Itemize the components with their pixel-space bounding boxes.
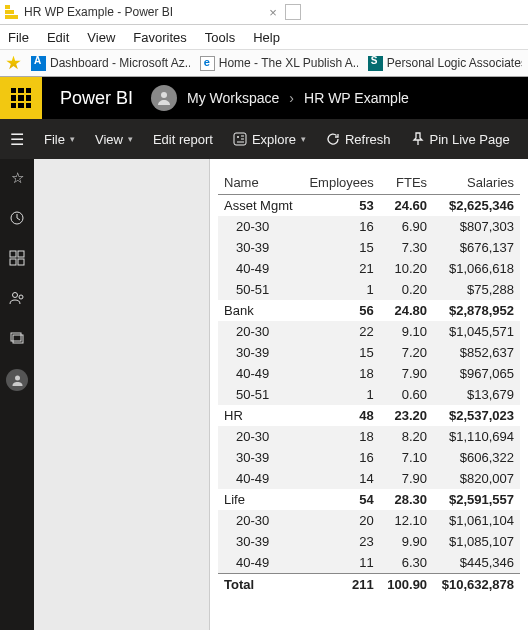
svg-rect-1 bbox=[234, 133, 246, 145]
new-tab-button[interactable] bbox=[285, 4, 301, 20]
refresh-label: Refresh bbox=[345, 132, 391, 147]
table-row[interactable]: 30-39239.90$1,085,107 bbox=[218, 531, 520, 552]
powerbi-file-icon bbox=[5, 5, 19, 19]
cell: 30-39 bbox=[218, 342, 301, 363]
refresh-button[interactable]: Refresh bbox=[316, 119, 401, 159]
cell: $75,288 bbox=[433, 279, 520, 300]
explore-menu[interactable]: Explore▾ bbox=[223, 119, 316, 159]
nav-shared[interactable] bbox=[8, 289, 26, 307]
cell: 20-30 bbox=[218, 321, 301, 342]
hamburger-button[interactable]: ☰ bbox=[0, 130, 34, 149]
table-row[interactable]: 30-39157.30$676,137 bbox=[218, 237, 520, 258]
data-table[interactable]: NameEmployeesFTEsSalaries Asset Mgmt5324… bbox=[218, 171, 520, 595]
cell: 22 bbox=[301, 321, 380, 342]
left-nav-rail: ☆ bbox=[0, 159, 34, 630]
view-menu[interactable]: View▾ bbox=[85, 119, 143, 159]
table-row[interactable]: 20-302012.10$1,061,104 bbox=[218, 510, 520, 531]
people-icon bbox=[9, 290, 26, 307]
menu-tools[interactable]: Tools bbox=[205, 30, 235, 45]
nav-my-workspace[interactable] bbox=[6, 369, 28, 391]
table-row[interactable]: Total211100.90$10,632,878 bbox=[218, 574, 520, 596]
report-canvas: NameEmployeesFTEsSalaries Asset Mgmt5324… bbox=[210, 159, 528, 630]
waffle-icon bbox=[11, 88, 31, 108]
user-avatar[interactable] bbox=[151, 85, 177, 111]
file-label: File bbox=[44, 132, 65, 147]
table-row[interactable]: 40-49147.90$820,007 bbox=[218, 468, 520, 489]
cell: 11 bbox=[301, 552, 380, 574]
table-row[interactable]: 30-39157.20$852,637 bbox=[218, 342, 520, 363]
app-launcher-button[interactable] bbox=[0, 77, 42, 119]
col-header[interactable]: Salaries bbox=[433, 171, 520, 195]
cell: 1 bbox=[301, 279, 380, 300]
cell: 40-49 bbox=[218, 363, 301, 384]
stack-icon bbox=[9, 330, 25, 346]
svg-point-0 bbox=[161, 92, 167, 98]
cell: 20-30 bbox=[218, 216, 301, 237]
cell: 28.30 bbox=[380, 489, 433, 510]
file-menu[interactable]: File▾ bbox=[34, 119, 85, 159]
edit-report-button[interactable]: Edit report bbox=[143, 119, 223, 159]
pin-live-page-button[interactable]: Pin Live Page bbox=[401, 119, 520, 159]
favorite-link-azure[interactable]: Dashboard - Microsoft Az... bbox=[31, 56, 190, 71]
cell: 16 bbox=[301, 447, 380, 468]
favorites-star-icon[interactable] bbox=[6, 56, 21, 71]
cell: $1,110,694 bbox=[433, 426, 520, 447]
grid-icon bbox=[9, 250, 25, 266]
col-header[interactable]: Name bbox=[218, 171, 301, 195]
cell: 9.90 bbox=[380, 531, 433, 552]
col-header[interactable]: Employees bbox=[301, 171, 380, 195]
breadcrumb-report[interactable]: HR WP Example bbox=[304, 90, 409, 106]
cell: $2,537,023 bbox=[433, 405, 520, 426]
cell: $807,303 bbox=[433, 216, 520, 237]
chevron-down-icon: ▾ bbox=[128, 134, 133, 144]
svg-rect-6 bbox=[10, 259, 16, 265]
cell: 15 bbox=[301, 237, 380, 258]
cell: $13,679 bbox=[433, 384, 520, 405]
favorite-link-personal-logic[interactable]: Personal Logic Associates bbox=[368, 56, 522, 71]
cell: Total bbox=[218, 574, 301, 596]
cell: 23.20 bbox=[380, 405, 433, 426]
cell: 18 bbox=[301, 363, 380, 384]
menu-favorites[interactable]: Favorites bbox=[133, 30, 186, 45]
menu-file[interactable]: File bbox=[8, 30, 29, 45]
table-row[interactable]: 20-30166.90$807,303 bbox=[218, 216, 520, 237]
table-row[interactable]: 30-39167.10$606,322 bbox=[218, 447, 520, 468]
breadcrumb-workspace[interactable]: My Workspace bbox=[187, 90, 279, 106]
window-title: HR WP Example - Power BI bbox=[24, 5, 263, 19]
table-row[interactable]: 50-5110.60$13,679 bbox=[218, 384, 520, 405]
cell: 50-51 bbox=[218, 384, 301, 405]
nav-recent[interactable] bbox=[8, 209, 26, 227]
pin-icon bbox=[411, 132, 425, 146]
nav-workspaces[interactable] bbox=[8, 329, 26, 347]
table-row[interactable]: 40-49116.30$445,346 bbox=[218, 552, 520, 574]
table-row[interactable]: 20-30188.20$1,110,694 bbox=[218, 426, 520, 447]
tab-close-button[interactable]: × bbox=[269, 5, 277, 20]
menu-edit[interactable]: Edit bbox=[47, 30, 69, 45]
svg-rect-7 bbox=[18, 259, 24, 265]
cell: 100.90 bbox=[380, 574, 433, 596]
menu-view[interactable]: View bbox=[87, 30, 115, 45]
chevron-down-icon: ▾ bbox=[70, 134, 75, 144]
table-row[interactable]: 40-49187.90$967,065 bbox=[218, 363, 520, 384]
cell: 20 bbox=[301, 510, 380, 531]
report-action-bar: ☰ File▾ View▾ Edit report Explore▾ Refre… bbox=[0, 119, 528, 159]
table-row[interactable]: HR4823.20$2,537,023 bbox=[218, 405, 520, 426]
nav-favorites[interactable]: ☆ bbox=[8, 169, 26, 187]
menu-help[interactable]: Help bbox=[253, 30, 280, 45]
cell: $1,066,618 bbox=[433, 258, 520, 279]
svg-point-2 bbox=[237, 136, 239, 138]
person-icon bbox=[156, 90, 172, 106]
cell: 18 bbox=[301, 426, 380, 447]
cell: $1,085,107 bbox=[433, 531, 520, 552]
nav-apps[interactable] bbox=[8, 249, 26, 267]
table-row[interactable]: Asset Mgmt5324.60$2,625,346 bbox=[218, 195, 520, 217]
table-row[interactable]: Bank5624.80$2,878,952 bbox=[218, 300, 520, 321]
table-row[interactable]: Life5428.30$2,591,557 bbox=[218, 489, 520, 510]
cell: 7.30 bbox=[380, 237, 433, 258]
table-row[interactable]: 40-492110.20$1,066,618 bbox=[218, 258, 520, 279]
table-row[interactable]: 20-30229.10$1,045,571 bbox=[218, 321, 520, 342]
table-row[interactable]: 50-5110.20$75,288 bbox=[218, 279, 520, 300]
cell: 54 bbox=[301, 489, 380, 510]
favorite-link-xlpublish[interactable]: Home - The XL Publish A... bbox=[200, 56, 358, 71]
col-header[interactable]: FTEs bbox=[380, 171, 433, 195]
